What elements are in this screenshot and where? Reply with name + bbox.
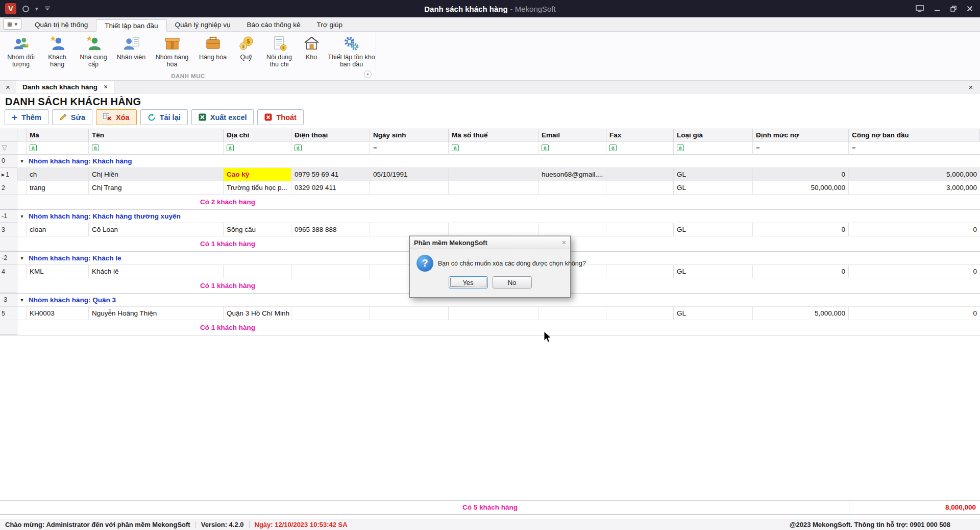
filter-cell-loai-gia[interactable]: a (674, 141, 753, 155)
cell-ten[interactable]: Khách lẻ (89, 265, 224, 278)
cell-ngay-sinh[interactable]: 05/10/1991 (370, 168, 449, 181)
ribbon-item-kho[interactable]: Kho (298, 34, 325, 69)
exit-button[interactable]: Thoát (257, 109, 303, 125)
collapse-group-icon[interactable]: ▾ (20, 297, 23, 303)
table-row[interactable]: 2 trang Chị Trang Trường tiểu học p... 0… (0, 181, 980, 195)
cell-cong-no[interactable]: 0 (849, 307, 980, 320)
tab-close-icon[interactable]: × (104, 83, 108, 91)
cell-ma[interactable]: KML (27, 265, 89, 278)
cell-dia-chi[interactable]: Trường tiểu học p... (224, 181, 291, 195)
cell-email[interactable] (538, 223, 606, 236)
cell-cong-no[interactable]: 0 (849, 265, 980, 278)
cell-ma[interactable]: cloan (27, 223, 89, 236)
cell-dien-thoai[interactable] (291, 307, 370, 320)
filter-cell-cong-no[interactable]: = (849, 141, 980, 155)
ribbon-item-khach-hang[interactable]: Khách hàng (40, 34, 75, 69)
cell-ma-so-thue[interactable] (449, 307, 538, 320)
cell-loai-gia[interactable]: GL (674, 223, 753, 236)
collapse-group-icon[interactable]: ▾ (20, 213, 23, 219)
collapse-group-icon[interactable]: ▾ (20, 255, 23, 261)
column-header-dia-chi[interactable]: Địa chỉ (224, 129, 291, 141)
edit-button[interactable]: Sửa (52, 109, 92, 125)
cell-ma[interactable]: trang (27, 181, 89, 195)
cell-loai-gia[interactable]: GL (674, 168, 753, 181)
restore-button[interactable] (950, 6, 957, 12)
ribbon-item-nhan-vien[interactable]: Nhân viên (112, 34, 150, 69)
ribbon-item-hang-hoa[interactable]: Hàng hóa (194, 34, 232, 69)
dialog-titlebar[interactable]: Phần mềm MekongSoft × (410, 236, 570, 249)
cell-ten[interactable]: Nguyễn Hoàng Thiện (89, 307, 224, 320)
filter-cell-ma[interactable]: a (27, 141, 89, 155)
yes-button[interactable]: Yes (449, 276, 488, 288)
close-button[interactable] (967, 6, 973, 12)
cell-dinh-muc-no[interactable]: 5,000,000 (753, 307, 849, 320)
close-all-tabs-button[interactable]: × (0, 81, 16, 93)
cell-ngay-sinh[interactable] (370, 307, 449, 320)
cell-ten[interactable]: Cô Loan (89, 223, 224, 236)
cell-ma-so-thue[interactable] (449, 223, 538, 236)
add-button[interactable]: + Thêm (5, 109, 48, 125)
delete-button[interactable]: Xóa (96, 109, 137, 125)
cell-email[interactable] (538, 307, 606, 320)
ribbon-item-noi-dung-thu-chi[interactable]: $ Nội dung thu chi (260, 34, 298, 69)
close-panel-button[interactable]: × (962, 81, 980, 93)
cell-ten[interactable]: Chị Hiền (89, 168, 224, 181)
minimize-button[interactable] (934, 6, 940, 12)
column-header-loai-gia[interactable]: Loại giá (674, 129, 753, 141)
table-row[interactable]: ▸1 ch Chị Hiền Cao kỳ 0979 59 69 41 05/1… (0, 168, 980, 181)
ribbon-tab-tro-giup[interactable]: Trợ giúp (309, 19, 351, 31)
cell-fax[interactable] (606, 168, 674, 181)
ribbon-item-quy[interactable]: $ $ Quỹ (232, 34, 260, 69)
cell-email[interactable] (538, 181, 606, 195)
group-row[interactable]: 0 ▾ Nhóm khách hàng: Khách hàng (0, 155, 980, 168)
cell-dinh-muc-no[interactable]: 0 (753, 265, 849, 278)
cell-fax[interactable] (606, 223, 674, 236)
column-header-fax[interactable]: Fax (606, 129, 674, 141)
ribbon-tab-bao-cao-thong-ke[interactable]: Báo cáo thống kê (238, 19, 308, 31)
ribbon-collapse-button[interactable]: ▾ (364, 70, 372, 78)
ribbon-tab-quan-tri-he-thong[interactable]: Quản trị hệ thống (27, 19, 96, 31)
screen-icon[interactable] (916, 5, 924, 12)
cell-fax[interactable] (606, 265, 674, 278)
app-menu-button[interactable]: ▦ ▾ (3, 18, 21, 30)
cell-dia-chi[interactable]: Quận 3 Hồ Chí Minh (224, 307, 291, 320)
column-header-email[interactable]: Email (538, 129, 606, 141)
ribbon-item-nhom-doi-tuong[interactable]: Nhóm đối tượng (2, 34, 40, 69)
column-header-dien-thoai[interactable]: Điện thoại (291, 129, 370, 141)
ribbon-item-nha-cung-cap[interactable]: Nhà cung cấp (75, 34, 112, 69)
filter-cell-email[interactable]: a (538, 141, 606, 155)
chevron-down-icon[interactable]: ▾ (35, 6, 38, 12)
cell-ma[interactable]: ch (27, 168, 89, 181)
no-button[interactable]: No (493, 276, 532, 288)
cell-ten[interactable]: Chị Trang (89, 181, 224, 195)
cell-ma[interactable]: KH0003 (27, 307, 89, 320)
toolbar-customize-icon[interactable] (44, 6, 51, 11)
cell-ma-so-thue[interactable] (449, 168, 538, 181)
reload-button[interactable]: Tải lại (140, 109, 188, 125)
cell-fax[interactable] (606, 307, 674, 320)
ribbon-item-nhom-hang-hoa[interactable]: Nhóm hàng hóa (150, 34, 194, 69)
filter-cell-dien-thoai[interactable]: a (291, 141, 370, 155)
cell-cong-no[interactable]: 5,000,000 (849, 168, 980, 181)
column-header-ngay-sinh[interactable]: Ngày sinh (370, 129, 449, 141)
ribbon-tab-thiet-lap-ban-dau[interactable]: Thiết lập ban đầu (96, 19, 166, 32)
table-row[interactable]: 3 cloan Cô Loan Sông cầu 0965 388 888 GL… (0, 223, 980, 236)
cell-dien-thoai[interactable]: 0965 388 888 (291, 223, 370, 236)
cell-ngay-sinh[interactable] (370, 181, 449, 195)
filter-cell-ten[interactable]: a (89, 141, 224, 155)
record-icon[interactable] (22, 6, 29, 12)
filter-cell-ma-so-thue[interactable]: a (449, 141, 538, 155)
cell-cong-no[interactable]: 3,000,000 (849, 181, 980, 195)
column-header-ten[interactable]: Tên (89, 129, 224, 141)
ribbon-item-thiet-lap-ton-kho[interactable]: Thiết lập tồn kho ban đầu (325, 34, 378, 69)
cell-email[interactable]: hueson68@gmail.... (538, 168, 606, 181)
cell-fax[interactable] (606, 181, 674, 195)
cell-dien-thoai[interactable] (291, 265, 370, 278)
cell-cong-no[interactable]: 0 (849, 223, 980, 236)
cell-dien-thoai[interactable]: 0979 59 69 41 (291, 168, 370, 181)
cell-ngay-sinh[interactable] (370, 223, 449, 236)
column-header-dinh-muc-no[interactable]: Định mức nợ (753, 129, 849, 141)
cell-dia-chi-highlighted[interactable]: Cao kỳ (224, 168, 291, 181)
filter-cell-fax[interactable]: a (606, 141, 674, 155)
tab-danh-sach-khach-hang[interactable]: Danh sách khách hàng × (16, 81, 114, 93)
